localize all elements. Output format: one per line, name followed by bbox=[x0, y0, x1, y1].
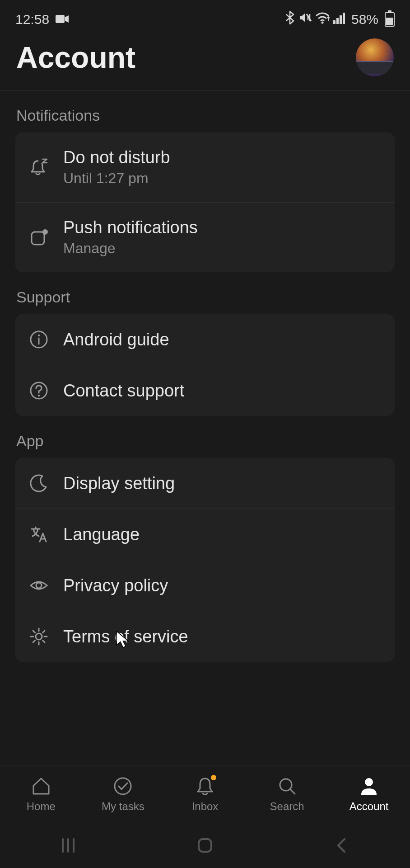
person-icon bbox=[359, 776, 379, 797]
recents-icon[interactable] bbox=[58, 835, 78, 855]
mute-vibrate-icon bbox=[298, 11, 312, 27]
section-title-notifications: Notifications bbox=[0, 90, 410, 132]
nav-my-tasks[interactable]: My tasks bbox=[82, 765, 164, 823]
notification-dot-icon bbox=[211, 775, 216, 780]
bottom-nav: Home My tasks Inbox Search Account bbox=[0, 765, 410, 823]
svg-rect-7 bbox=[32, 232, 44, 245]
page-title: Account bbox=[16, 40, 135, 75]
section-title-support: Support bbox=[0, 272, 410, 314]
svg-point-24 bbox=[115, 778, 131, 794]
android-system-nav bbox=[0, 823, 410, 868]
battery-percent: 58% bbox=[351, 12, 378, 27]
nav-label: Home bbox=[27, 800, 56, 813]
svg-point-14 bbox=[36, 583, 42, 588]
nav-inbox[interactable]: Inbox bbox=[164, 765, 246, 823]
dnd-bell-snooze-icon bbox=[29, 157, 49, 177]
svg-line-20 bbox=[33, 631, 35, 633]
eye-icon bbox=[29, 576, 49, 595]
row-terms-of-service[interactable]: Terms of service bbox=[15, 611, 395, 662]
moon-icon bbox=[29, 473, 49, 493]
status-time: 12:58 bbox=[15, 12, 49, 27]
row-do-not-disturb[interactable]: Do not disturb Until 1:27 pm bbox=[15, 132, 395, 202]
nav-label: Account bbox=[349, 800, 389, 813]
camera-icon bbox=[56, 12, 69, 27]
row-title: Android guide bbox=[63, 330, 169, 349]
notifications-card: Do not disturb Until 1:27 pm Push notifi… bbox=[15, 132, 395, 272]
row-privacy-policy[interactable]: Privacy policy bbox=[15, 560, 395, 611]
row-subtitle: Until 1:27 pm bbox=[63, 170, 170, 187]
nav-label: Search bbox=[270, 800, 304, 813]
svg-line-21 bbox=[43, 641, 45, 643]
svg-point-15 bbox=[36, 633, 42, 640]
row-display-setting[interactable]: Display setting bbox=[15, 458, 395, 509]
profile-avatar[interactable] bbox=[356, 38, 394, 76]
svg-rect-4 bbox=[336, 18, 339, 24]
svg-rect-3 bbox=[333, 20, 335, 24]
back-icon[interactable] bbox=[332, 835, 352, 855]
svg-point-10 bbox=[38, 335, 40, 336]
section-title-app: App bbox=[0, 416, 410, 458]
svg-rect-6 bbox=[343, 13, 345, 24]
wifi-icon bbox=[315, 12, 330, 27]
row-title: Push notifications bbox=[63, 218, 198, 237]
row-title: Contact support bbox=[63, 381, 184, 401]
page-header: Account bbox=[0, 32, 410, 90]
row-title: Privacy policy bbox=[63, 576, 168, 595]
nav-label: My tasks bbox=[102, 800, 144, 813]
battery-icon bbox=[385, 12, 395, 27]
row-title: Display setting bbox=[63, 474, 175, 493]
nav-label: Inbox bbox=[192, 800, 219, 813]
push-notification-icon bbox=[29, 227, 49, 247]
search-icon bbox=[277, 776, 298, 797]
svg-line-26 bbox=[290, 789, 295, 794]
check-circle-icon bbox=[112, 776, 133, 797]
bluetooth-icon bbox=[285, 11, 294, 28]
row-title: Terms of service bbox=[63, 627, 188, 646]
help-icon bbox=[29, 381, 49, 401]
svg-point-8 bbox=[42, 229, 48, 235]
svg-point-2 bbox=[321, 21, 323, 24]
svg-rect-0 bbox=[56, 15, 65, 23]
svg-line-22 bbox=[43, 631, 45, 633]
row-push-notifications[interactable]: Push notifications Manage bbox=[15, 202, 395, 272]
home-icon bbox=[31, 776, 51, 797]
row-android-guide[interactable]: Android guide bbox=[15, 314, 395, 365]
svg-rect-5 bbox=[340, 15, 342, 24]
content-scroll[interactable]: Notifications Do not disturb Until 1:27 … bbox=[0, 90, 410, 743]
svg-line-1 bbox=[307, 14, 311, 21]
row-title: Do not disturb bbox=[63, 148, 170, 167]
support-card: Android guide Contact support bbox=[15, 314, 395, 416]
row-subtitle: Manage bbox=[63, 240, 198, 257]
translate-icon bbox=[29, 524, 49, 544]
row-contact-support[interactable]: Contact support bbox=[15, 365, 395, 416]
status-bar: 12:58 58% bbox=[0, 0, 410, 32]
svg-rect-31 bbox=[199, 839, 211, 852]
svg-point-13 bbox=[38, 395, 40, 396]
nav-search[interactable]: Search bbox=[246, 765, 328, 823]
nav-home[interactable]: Home bbox=[0, 765, 82, 823]
bell-icon bbox=[195, 776, 215, 797]
row-language[interactable]: Language bbox=[15, 509, 395, 560]
row-title: Language bbox=[63, 525, 140, 544]
home-button-icon[interactable] bbox=[195, 835, 215, 855]
app-card: Display setting Language Privacy policy bbox=[15, 458, 395, 662]
svg-point-27 bbox=[365, 778, 373, 786]
nav-account[interactable]: Account bbox=[328, 765, 410, 823]
gear-icon bbox=[29, 627, 49, 646]
signal-icon bbox=[333, 12, 346, 27]
info-icon bbox=[29, 330, 49, 349]
svg-line-23 bbox=[33, 641, 35, 643]
